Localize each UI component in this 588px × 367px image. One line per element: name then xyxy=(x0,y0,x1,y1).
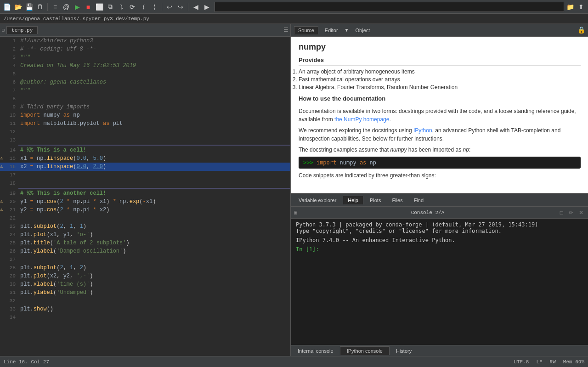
nav-right[interactable]: ⟩ xyxy=(149,2,159,12)
console-close-btn[interactable]: ✕ xyxy=(577,209,585,216)
editor-tab-menu[interactable]: ☰ xyxy=(283,27,288,34)
browse-button[interactable]: 📁 xyxy=(565,2,575,12)
line-code: plt.ylabel('Damped oscillation') xyxy=(18,247,288,255)
table-row: 5 xyxy=(0,70,290,78)
line-code: plt.xlabel('time (s)') xyxy=(18,280,288,288)
line-number: 28 xyxy=(0,264,18,272)
cell-button[interactable]: ⟳ xyxy=(127,2,137,12)
line-code: y1 = np.cos(2 * np.pi * x1) * np.exp(-x1… xyxy=(18,198,288,206)
tab-editor[interactable]: Editor xyxy=(321,27,342,34)
line-number: 27 xyxy=(0,255,18,264)
debug2-button[interactable]: ⧉ xyxy=(105,2,115,12)
code-prompt: >>> xyxy=(303,159,313,166)
step-button[interactable]: ⤵ xyxy=(116,2,126,12)
line-number: ⚠15 xyxy=(0,154,18,163)
status-bar: Line 16, Col 27 UTF-8 LF RW Mem 69% xyxy=(0,356,588,367)
table-row: 22 xyxy=(0,214,290,222)
console-white-btn[interactable]: □ xyxy=(558,209,565,216)
how-to-label: How to use the documentation xyxy=(299,95,581,104)
editor-panel: ⊟ temp.py ☰ 1 #!/usr/bin/env python3 2 #… xyxy=(0,24,291,356)
cell-separator xyxy=(18,145,290,146)
table-row: 14 # %% This is a cell! xyxy=(0,146,290,154)
table-row: 10 import numpy as np xyxy=(0,111,290,119)
list-item: Fast mathematical operations over arrays xyxy=(299,76,581,83)
table-row: 25 plt.title('A tale of 2 subplots') xyxy=(0,239,290,247)
tab-source[interactable]: Source xyxy=(294,26,318,34)
table-row: ⚠20 y1 = np.cos(2 * np.pi * x1) * np.exp… xyxy=(0,198,290,206)
line-code: # %% This is another cell! xyxy=(18,189,288,198)
line-number: 11 xyxy=(0,119,18,128)
path-input[interactable]: /Users/gpena-castellanos/.spyder-py3-dev xyxy=(215,2,564,12)
table-row: 33 plt.show() xyxy=(0,305,290,313)
line-number: 2 xyxy=(0,45,18,53)
tab-object[interactable]: Object xyxy=(352,27,374,34)
up-button[interactable]: ⬆ xyxy=(576,2,586,12)
line-number: 7 xyxy=(0,86,18,95)
editor-dropdown[interactable]: ▼ xyxy=(345,28,349,33)
para3: The docstring examples assume that numpy… xyxy=(299,146,581,154)
tab-plots[interactable]: Plots xyxy=(365,196,385,204)
line-code: plt.title('A tale of 2 subplots') xyxy=(18,239,288,247)
help-title: numpy xyxy=(299,42,581,52)
stop-button[interactable]: ■ xyxy=(83,2,93,12)
main-toolbar: 📄 📂 💾 🗒 ≡ @ ▶ ■ ⬜ ⧉ ⤵ ⟳ ⟨ ⟩ ↩ ↪ ◀ ▶ /Use… xyxy=(0,0,588,14)
help-content: numpy Provides An array object of arbitr… xyxy=(291,37,588,193)
status-memory: Mem 69% xyxy=(563,359,584,365)
line-number: 32 xyxy=(0,297,18,305)
open-file-button[interactable]: 📂 xyxy=(13,2,23,12)
save-all-button[interactable]: 🗒 xyxy=(35,2,45,12)
debug-button[interactable]: ⬜ xyxy=(94,2,104,12)
right-panel: Source Editor ▼ Object 🔒 numpy Provides … xyxy=(291,24,588,356)
console-toolbar: ▣ Console 2/A □ ✏ ✕ xyxy=(291,207,588,219)
table-row: 6 @author: gpena-castellanos xyxy=(0,78,290,86)
tab-variable-explorer[interactable]: Variable explorer xyxy=(294,196,341,204)
redo-button[interactable]: ↪ xyxy=(175,2,186,12)
tab-files[interactable]: Files xyxy=(387,196,407,204)
line-number: 17 xyxy=(0,171,18,179)
console-edit-btn[interactable]: ✏ xyxy=(567,209,575,216)
list-button[interactable]: ≡ xyxy=(50,2,60,12)
line-number: 30 xyxy=(0,280,18,288)
forward-button[interactable]: ▶ xyxy=(202,2,212,12)
code-import-text: import numpy as np xyxy=(317,159,376,166)
line-number: 22 xyxy=(0,214,18,222)
table-row: 18 xyxy=(0,179,290,187)
table-row: ⚠21 y2 = np.cos(2 * np.pi * x2) xyxy=(0,206,290,214)
console-panel: ▣ Console 2/A □ ✏ ✕ Python 3.7.3 | packa… xyxy=(291,207,588,345)
table-row: 7 """ xyxy=(0,86,290,95)
lock-icon: 🔒 xyxy=(577,26,585,34)
line-code: # -*- coding: utf-8 -*- xyxy=(18,45,288,53)
help-panel: Source Editor ▼ Object 🔒 numpy Provides … xyxy=(291,24,588,194)
save-file-button[interactable]: 💾 xyxy=(24,2,34,12)
line-number: 34 xyxy=(0,313,18,322)
variable-explorer-tabs: Variable explorer Help Plots Files Find xyxy=(291,194,588,207)
code-editor[interactable]: 1 #!/usr/bin/env python3 2 # -*- coding:… xyxy=(0,37,290,356)
line-number: 26 xyxy=(0,247,18,255)
table-row: 31 plt.ylabel('Undamped') xyxy=(0,288,290,297)
nav-left[interactable]: ⟨ xyxy=(138,2,148,12)
table-row: 11 import matplotlib.pyplot as plt xyxy=(0,119,290,128)
editor-tab-temp-py[interactable]: temp.py xyxy=(6,26,38,34)
line-code: """ xyxy=(18,86,288,95)
console-content: Python 3.7.3 | packaged by conda-forge |… xyxy=(291,219,588,345)
run-button[interactable]: ▶ xyxy=(72,2,82,12)
tab-history[interactable]: History xyxy=(390,347,418,355)
tab-internal-console[interactable]: Internal console xyxy=(291,347,340,355)
line-number: 29 xyxy=(0,272,18,280)
numpy-link[interactable]: the NumPy homepage xyxy=(334,116,389,123)
console-icon: ▣ xyxy=(294,209,297,216)
line-code xyxy=(18,70,288,78)
bottom-tabs: Internal console IPython console History xyxy=(291,345,588,356)
table-row: 2 # -*- coding: utf-8 -*- xyxy=(0,45,290,53)
line-number: ⚠21 xyxy=(0,206,18,214)
table-row: ⚠15 x1 = np.linspace(0.0, 5.0) xyxy=(0,154,290,163)
new-file-button[interactable]: 📄 xyxy=(2,2,12,12)
undo-button[interactable]: ↩ xyxy=(164,2,175,12)
at-button[interactable]: @ xyxy=(61,2,71,12)
tab-find[interactable]: Find xyxy=(409,196,428,204)
back-button[interactable]: ◀ xyxy=(191,2,201,12)
tab-ipython-console[interactable]: IPython console xyxy=(340,346,390,355)
ipython-link[interactable]: IPython xyxy=(413,127,432,134)
line-code: """ xyxy=(18,53,288,62)
tab-help[interactable]: Help xyxy=(343,196,363,204)
